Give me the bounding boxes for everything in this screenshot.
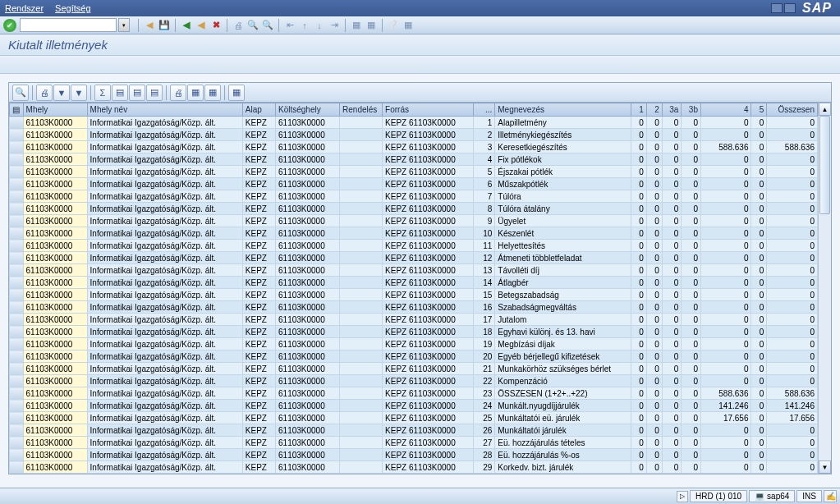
cell-forras[interactable]: KEPZ 61103K0000 — [383, 215, 474, 227]
cell-koltseghely[interactable]: 61103K0000 — [276, 129, 340, 141]
row-handle[interactable] — [10, 166, 24, 178]
cell-1[interactable]: 0 — [631, 289, 646, 301]
row-handle[interactable] — [10, 277, 24, 289]
cell-5[interactable]: 0 — [751, 117, 767, 129]
cell-forras[interactable]: KEPZ 61103K0000 — [383, 437, 474, 449]
cell-megnevezes[interactable]: Egyhavi különj. és 13. havi — [495, 326, 631, 338]
cell-rendeles[interactable] — [340, 289, 383, 301]
cell-forras[interactable]: KEPZ 61103K0000 — [383, 117, 474, 129]
cell-2[interactable]: 0 — [646, 375, 662, 387]
cell-rendeles[interactable] — [340, 252, 383, 264]
cell-megnevezes[interactable]: Illetménykiegészítés — [495, 129, 631, 141]
cell-3a[interactable]: 0 — [662, 289, 682, 301]
cell-3a[interactable]: 0 — [662, 227, 682, 240]
row-handle[interactable] — [10, 141, 24, 153]
cell-megnevezes[interactable]: Jutalom — [495, 314, 631, 326]
cell-mhely-nev[interactable]: Informatikai Igazgatóság/Közp. ált. — [87, 424, 242, 437]
enter-button[interactable]: ✔ — [3, 19, 16, 32]
cell-mhely[interactable]: 61103K0000 — [23, 326, 87, 338]
command-field[interactable] — [20, 18, 117, 32]
cell-3b[interactable]: 0 — [682, 412, 701, 424]
cell-sum[interactable]: 0 — [767, 190, 818, 203]
cell-koltseghely[interactable]: 61103K0000 — [276, 301, 340, 314]
cell-mhely[interactable]: 61103K0000 — [23, 461, 87, 474]
cell-koltseghely[interactable]: 61103K0000 — [276, 338, 340, 351]
cell-megnevezes[interactable]: Éjszakai pótlék — [495, 166, 631, 178]
cell-3b[interactable]: 0 — [682, 375, 701, 387]
cell-koltseghely[interactable]: 61103K0000 — [276, 351, 340, 363]
table-row[interactable]: 61103K0000Informatikai Igazgatóság/Közp.… — [10, 326, 818, 338]
cell-alap[interactable]: KEPZ — [242, 166, 275, 178]
cell-mhely-nev[interactable]: Informatikai Igazgatóság/Közp. ált. — [87, 203, 242, 215]
cell-sum[interactable]: 17.656 — [767, 412, 818, 424]
cell-koltseghely[interactable]: 61103K0000 — [276, 117, 340, 129]
cell-n[interactable]: 25 — [474, 412, 495, 424]
cell-1[interactable]: 0 — [631, 190, 646, 203]
cell-forras[interactable]: KEPZ 61103K0000 — [383, 338, 474, 351]
status-expand-icon[interactable]: ▷ — [677, 491, 688, 502]
cell-alap[interactable]: KEPZ — [242, 351, 275, 363]
cell-mhely-nev[interactable]: Informatikai Igazgatóság/Közp. ált. — [87, 178, 242, 190]
cell-megnevezes[interactable]: Eü. hozzájárulás %-os — [495, 449, 631, 461]
cell-rendeles[interactable] — [340, 153, 383, 166]
cell-2[interactable]: 0 — [646, 400, 662, 412]
cell-alap[interactable]: KEPZ — [242, 215, 275, 227]
cell-3a[interactable]: 0 — [662, 363, 682, 375]
table-row[interactable]: 61103K0000Informatikai Igazgatóság/Közp.… — [10, 289, 818, 301]
cell-1[interactable]: 0 — [631, 178, 646, 190]
cell-2[interactable]: 0 — [646, 424, 662, 437]
table-row[interactable]: 61103K0000Informatikai Igazgatóság/Közp.… — [10, 141, 818, 153]
cell-5[interactable]: 0 — [751, 203, 767, 215]
find-next-icon[interactable]: 🔍 — [260, 18, 275, 33]
cell-megnevezes[interactable]: Munkált.nyugdíjjárulék — [495, 400, 631, 412]
cell-mhely-nev[interactable]: Informatikai Igazgatóság/Közp. ált. — [87, 240, 242, 252]
cell-3a[interactable]: 0 — [662, 153, 682, 166]
cell-5[interactable]: 0 — [751, 424, 767, 437]
table-row[interactable]: 61103K0000Informatikai Igazgatóság/Közp.… — [10, 129, 818, 141]
cell-alap[interactable]: KEPZ — [242, 277, 275, 289]
table-row[interactable]: 61103K0000Informatikai Igazgatóság/Közp.… — [10, 449, 818, 461]
table-row[interactable]: 61103K0000Informatikai Igazgatóság/Közp.… — [10, 203, 818, 215]
table-row[interactable]: 61103K0000Informatikai Igazgatóság/Közp.… — [10, 461, 818, 474]
table-row[interactable]: 61103K0000Informatikai Igazgatóság/Közp.… — [10, 400, 818, 412]
cell-forras[interactable]: KEPZ 61103K0000 — [383, 424, 474, 437]
cell-5[interactable]: 0 — [751, 363, 767, 375]
cell-forras[interactable]: KEPZ 61103K0000 — [383, 178, 474, 190]
cell-sum[interactable]: 0 — [767, 215, 818, 227]
cell-mhely-nev[interactable]: Informatikai Igazgatóság/Közp. ált. — [87, 190, 242, 203]
layout-icon[interactable]: ▦ — [401, 18, 415, 33]
new-session-icon[interactable]: ▦ — [349, 18, 364, 33]
cell-alap[interactable]: KEPZ — [242, 437, 275, 449]
filter-icon[interactable]: ▼ — [53, 85, 70, 101]
table-row[interactable]: 61103K0000Informatikai Igazgatóság/Közp.… — [10, 153, 818, 166]
cell-alap[interactable]: KEPZ — [242, 240, 275, 252]
cell-rendeles[interactable] — [340, 326, 383, 338]
cell-3b[interactable]: 0 — [682, 252, 701, 264]
cell-sum[interactable]: 0 — [767, 314, 818, 326]
cell-3b[interactable]: 0 — [682, 117, 701, 129]
table-row[interactable]: 61103K0000Informatikai Igazgatóság/Közp.… — [10, 215, 818, 227]
cell-5[interactable]: 0 — [751, 166, 767, 178]
cell-4[interactable]: 0 — [700, 129, 751, 141]
cell-megnevezes[interactable]: Eü. hozzájárulás tételes — [495, 437, 631, 449]
cell-mhely[interactable]: 61103K0000 — [23, 240, 87, 252]
col-5[interactable]: 5 — [751, 103, 767, 117]
cell-forras[interactable]: KEPZ 61103K0000 — [383, 301, 474, 314]
cell-mhely[interactable]: 61103K0000 — [23, 166, 87, 178]
cell-n[interactable]: 6 — [474, 178, 495, 190]
back-button[interactable]: ◀ — [179, 18, 194, 33]
cell-sum[interactable]: 0 — [767, 351, 818, 363]
cell-1[interactable]: 0 — [631, 215, 646, 227]
cell-koltseghely[interactable]: 61103K0000 — [276, 178, 340, 190]
row-handle[interactable] — [10, 461, 24, 474]
cell-3b[interactable]: 0 — [682, 424, 701, 437]
cell-n[interactable]: 21 — [474, 363, 495, 375]
cell-mhely-nev[interactable]: Informatikai Igazgatóság/Közp. ált. — [87, 277, 242, 289]
cell-sum[interactable]: 0 — [767, 203, 818, 215]
subtotal-icon[interactable]: ▤ — [112, 85, 128, 101]
cell-mhely-nev[interactable]: Informatikai Igazgatóság/Közp. ált. — [87, 153, 242, 166]
cell-1[interactable]: 0 — [631, 338, 646, 351]
cell-4[interactable]: 0 — [700, 437, 751, 449]
cell-n[interactable]: 8 — [474, 203, 495, 215]
cell-3b[interactable]: 0 — [682, 240, 701, 252]
